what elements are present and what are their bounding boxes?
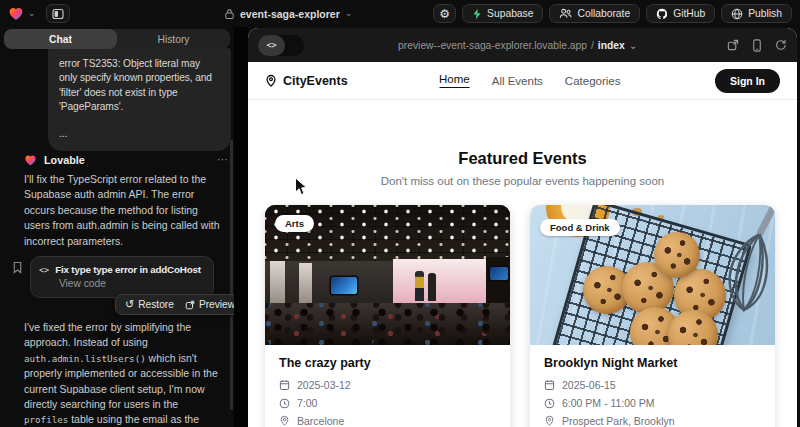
project-switcher[interactable]: event-saga-explorer ⌄	[224, 0, 352, 27]
collaborate-label: Collaborate	[577, 8, 630, 19]
event-location: Prospect Park, Brooklyn	[562, 415, 675, 427]
brand-name: CityEvents	[283, 74, 348, 88]
publish-label: Publish	[748, 8, 782, 19]
chat-panel: Chat History error TS2353: Object litera…	[0, 27, 234, 427]
chevron-down-icon[interactable]: ⌄	[28, 9, 36, 18]
refresh-icon[interactable]	[775, 39, 787, 51]
event-date-row: 2025-06-15	[544, 379, 761, 391]
inline-code: profiles	[24, 414, 68, 425]
decor	[270, 261, 285, 305]
hero-section: Featured Events Don't miss out on these …	[248, 100, 797, 187]
assistant-name: Lovable	[44, 154, 85, 166]
map-pin-icon	[265, 74, 277, 88]
event-date: 2025-03-12	[297, 379, 351, 391]
mobile-view-icon[interactable]	[752, 39, 762, 52]
assistant-header: Lovable ⋯	[24, 153, 228, 166]
inline-code: auth.admin.listUsers()	[24, 353, 146, 364]
supabase-label: Supabase	[487, 8, 533, 19]
event-time: 7:00	[297, 397, 317, 409]
user-message-bubble: error TS2353: Object literal may only sp…	[48, 48, 231, 151]
event-time: 6:00 PM - 11:00 PM	[562, 397, 655, 409]
category-badge: Food & Drink	[540, 219, 620, 236]
clock-icon	[544, 398, 555, 409]
publish-button[interactable]: Publish	[721, 4, 792, 23]
tab-history[interactable]: History	[117, 29, 230, 49]
assistant-outro: I've fixed the error by simplifying the …	[24, 320, 222, 427]
calendar-icon	[544, 379, 555, 391]
page-subtitle: Don't miss out on these popular events h…	[248, 175, 797, 187]
settings-button[interactable]: ⚙	[433, 4, 456, 23]
category-badge: Arts	[275, 215, 314, 232]
preview-button[interactable]: Preview	[185, 299, 234, 310]
lovable-heart-icon	[24, 154, 37, 166]
event-image-cookies: Food & Drink	[530, 205, 775, 345]
sign-in-button[interactable]: Sign In	[715, 69, 780, 93]
message-ellipsis: ...	[59, 127, 220, 141]
github-icon	[656, 8, 668, 20]
preview-url-page: index	[598, 40, 625, 51]
nav-all-events[interactable]: All Events	[492, 75, 543, 87]
gear-icon: ⚙	[439, 7, 450, 21]
globe-icon	[731, 8, 743, 20]
clock-icon	[279, 398, 290, 409]
chevron-down-icon: ⌄	[629, 39, 638, 51]
project-name: event-saga-explorer	[240, 8, 340, 20]
code-edit-card[interactable]: <> Fix type type error in addCoHost › Vi…	[30, 256, 214, 298]
chat-tabbar: Chat History	[4, 29, 230, 49]
user-message: error TS2353: Object literal may only sp…	[59, 57, 220, 115]
tab-chat[interactable]: Chat	[4, 29, 117, 49]
edit-title: Fix type type error in addCoHost	[55, 264, 200, 275]
code-preview-toggle[interactable]: <>	[258, 35, 304, 56]
lock-icon	[224, 8, 235, 20]
version-actions-toolbar: ↺ Restore Preview	[115, 294, 234, 315]
more-icon[interactable]: ⋯	[217, 153, 228, 166]
supabase-button[interactable]: Supabase	[462, 4, 543, 23]
view-code-link[interactable]: View code	[59, 278, 205, 289]
nav-home[interactable]: Home	[439, 73, 470, 88]
event-time-row: 6:00 PM - 11:00 PM	[544, 397, 761, 409]
decor	[428, 273, 436, 301]
preview-url-bar[interactable]: preview--event-saga-explorer.lovable.app…	[398, 28, 637, 62]
map-pin-icon	[279, 415, 290, 427]
preview-toolbar: <> preview--event-saga-explorer.lovable.…	[248, 28, 797, 62]
github-label: GitHub	[673, 8, 705, 19]
page-title: Featured Events	[248, 149, 797, 168]
restore-label: Restore	[138, 299, 174, 310]
event-card[interactable]: Arts The crazy party 2025-03-12	[265, 205, 510, 427]
site-header: CityEvents Home All Events Categories Si…	[248, 62, 797, 100]
toggle-sidebar-button[interactable]	[46, 4, 70, 23]
event-card-body: Brooklyn Night Market 2025-06-15	[530, 345, 775, 427]
chevron-down-icon: ⌄	[345, 9, 353, 18]
event-image-conference: Arts	[265, 205, 510, 345]
decor	[490, 267, 508, 280]
github-button[interactable]: GitHub	[646, 4, 715, 23]
event-location-row: Barcelone	[279, 415, 496, 427]
panel-divider	[234, 27, 248, 427]
people-icon	[559, 8, 572, 19]
decor	[654, 232, 700, 278]
code-icon: <>	[258, 35, 285, 56]
decor	[299, 263, 312, 303]
event-time-row: 7:00	[279, 397, 496, 409]
lovable-logo-icon[interactable]	[8, 6, 24, 21]
collaborate-button[interactable]: Collaborate	[549, 4, 640, 23]
event-title: Brooklyn Night Market	[544, 356, 761, 370]
restore-button[interactable]: ↺ Restore	[125, 299, 174, 310]
map-pin-icon	[544, 415, 555, 427]
chat-scrollbar[interactable]	[230, 140, 233, 410]
preview-url-host: preview--event-saga-explorer.lovable.app	[398, 40, 587, 51]
app-window: ⌄ event-saga-explorer ⌄ ⚙	[0, 0, 800, 427]
preview-label: Preview	[199, 299, 234, 310]
restore-icon: ↺	[125, 299, 134, 310]
site-nav: Home All Events Categories	[439, 73, 620, 88]
event-card[interactable]: Food & Drink Brooklyn Night Market 2025-…	[530, 205, 775, 427]
decor	[415, 271, 424, 301]
bookmark-icon[interactable]	[12, 261, 23, 274]
topbar-actions: ⚙ Supabase Collaborate	[433, 4, 792, 23]
app-topbar: ⌄ event-saga-explorer ⌄ ⚙	[0, 0, 800, 27]
event-date: 2025-06-15	[562, 379, 616, 391]
site-logo[interactable]: CityEvents	[265, 74, 348, 88]
open-external-icon[interactable]	[727, 39, 739, 51]
preview-panel: <> preview--event-saga-explorer.lovable.…	[248, 28, 797, 427]
nav-categories[interactable]: Categories	[565, 75, 621, 87]
